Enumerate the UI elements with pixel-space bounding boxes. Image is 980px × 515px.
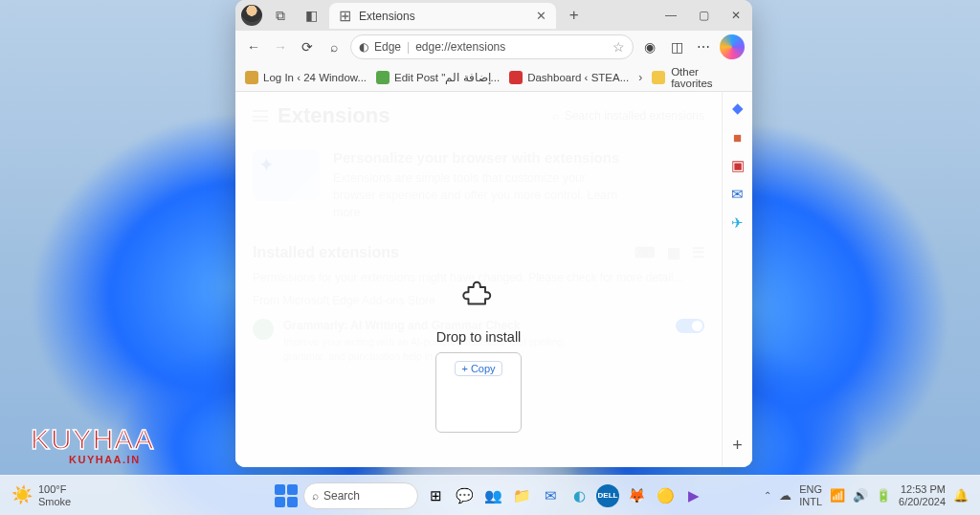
weather-widget[interactable]: ☀️ 100°F Smoke bbox=[11, 483, 71, 507]
search-icon: ⌕ bbox=[312, 489, 319, 503]
favorite-item[interactable]: Dashboard ‹ STEA... bbox=[509, 71, 629, 84]
window-controls: — ▢ ✕ bbox=[655, 0, 752, 31]
sidebar-item[interactable]: ▣ bbox=[728, 157, 747, 174]
workspaces-icon[interactable]: ⧉ bbox=[268, 8, 293, 24]
copy-chip[interactable]: + Copy bbox=[455, 361, 501, 376]
extensions-page: Extensions ⌕ Search installed extensions… bbox=[235, 92, 722, 467]
back-button[interactable]: ← bbox=[243, 36, 264, 57]
tracking-icon[interactable]: ◉ bbox=[639, 36, 660, 57]
windows-taskbar: ☀️ 100°F Smoke ⌕ Search ⊞ 💬 👥 📁 ✉ ◐ DELL… bbox=[0, 475, 980, 515]
site-identity-icon: ◐ bbox=[359, 40, 368, 54]
firefox-icon[interactable]: 🦊 bbox=[625, 484, 648, 507]
search-button[interactable]: ⌕ bbox=[323, 36, 345, 57]
dell-icon[interactable]: DELL bbox=[596, 484, 619, 507]
language-indicator[interactable]: ENG INTL bbox=[799, 483, 822, 506]
favorite-label: Edit Post "إضافة الم... bbox=[394, 71, 500, 84]
watermark-main: KUYHAA bbox=[31, 423, 154, 456]
split-screen-icon[interactable]: ◫ bbox=[666, 36, 687, 57]
sidebar-item[interactable]: ◆ bbox=[728, 100, 747, 117]
favorite-label: Log In ‹ 24 Window... bbox=[263, 72, 367, 83]
more-menu-icon[interactable]: ⋯ bbox=[693, 36, 714, 57]
drop-label: Drop to install bbox=[435, 329, 522, 345]
minimize-button[interactable]: — bbox=[655, 0, 687, 31]
edge-browser-window: ⧉ ◧ ⊞ Extensions ✕ + — ▢ ✕ ← → ⟳ ⌕ ◐ Edg… bbox=[235, 0, 752, 467]
new-tab-button[interactable]: + bbox=[562, 6, 587, 25]
tab-extensions[interactable]: ⊞ Extensions ✕ bbox=[329, 3, 556, 29]
refresh-button[interactable]: ⟳ bbox=[297, 36, 318, 57]
lang-line1: ENG bbox=[799, 483, 822, 495]
start-button[interactable] bbox=[275, 484, 298, 507]
edge-icon[interactable]: ◐ bbox=[568, 484, 590, 507]
taskbar-search[interactable]: ⌕ Search bbox=[303, 482, 418, 509]
address-bar[interactable]: ◐ Edge | edge://extensions ☆ bbox=[350, 34, 634, 59]
system-tray: ⌃ ☁ ENG INTL 📶 🔊 🔋 12:53 PM 6/20/2024 🔔 bbox=[764, 483, 969, 506]
forward-button: → bbox=[270, 36, 291, 57]
watermark-logo: KUYHAA KUYHAA.IN bbox=[31, 423, 154, 465]
battery-icon[interactable]: 🔋 bbox=[876, 488, 891, 503]
tab-actions-icon[interactable]: ◧ bbox=[299, 8, 323, 23]
favicon-icon bbox=[245, 71, 258, 84]
wifi-icon[interactable]: 📶 bbox=[830, 488, 845, 503]
mail-icon[interactable]: ✉ bbox=[539, 484, 562, 507]
weather-temp: 100°F bbox=[38, 483, 71, 496]
lang-line2: INTL bbox=[799, 496, 822, 507]
favorites-overflow-icon[interactable]: › bbox=[638, 71, 642, 84]
tray-overflow-icon[interactable]: ⌃ bbox=[764, 490, 771, 501]
task-view-icon[interactable]: ⊞ bbox=[424, 484, 447, 507]
favorites-bar: Log In ‹ 24 Window... Edit Post "إضافة ا… bbox=[235, 63, 752, 92]
other-favorites[interactable]: Other favorites bbox=[671, 66, 743, 89]
volume-icon[interactable]: 🔊 bbox=[853, 488, 868, 503]
maximize-button[interactable]: ▢ bbox=[687, 0, 720, 31]
clock[interactable]: 12:53 PM 6/20/2024 bbox=[899, 483, 946, 506]
time: 12:53 PM bbox=[901, 483, 946, 495]
address-engine: Edge bbox=[374, 40, 401, 54]
search-label: Search bbox=[323, 489, 360, 503]
address-divider: | bbox=[407, 40, 410, 54]
titlebar: ⧉ ◧ ⊞ Extensions ✕ + — ▢ ✕ bbox=[235, 0, 752, 31]
date: 6/20/2024 bbox=[899, 496, 946, 507]
sidebar-item[interactable]: ✈ bbox=[728, 214, 747, 232]
weather-cond: Smoke bbox=[38, 496, 71, 508]
edge-sidebar: ◆ ■ ▣ ✉ ✈ + bbox=[722, 92, 752, 467]
content-area: Extensions ⌕ Search installed extensions… bbox=[235, 92, 752, 467]
favicon-icon bbox=[376, 71, 390, 84]
chrome-icon[interactable]: 🟡 bbox=[654, 484, 677, 507]
address-url: edge://extensions bbox=[415, 40, 505, 54]
folder-icon bbox=[652, 71, 665, 84]
sidebar-add-button[interactable]: + bbox=[732, 436, 743, 456]
teams-icon[interactable]: 👥 bbox=[481, 484, 504, 507]
sidebar-item[interactable]: ■ bbox=[728, 128, 747, 146]
profile-avatar[interactable] bbox=[241, 5, 262, 26]
sidebar-item[interactable]: ✉ bbox=[728, 186, 747, 203]
pinned-app-icon[interactable]: ▶ bbox=[682, 484, 705, 507]
puzzle-icon bbox=[458, 274, 499, 314]
favorite-item[interactable]: Edit Post "إضافة الم... bbox=[376, 71, 500, 84]
favorite-star-icon[interactable]: ☆ bbox=[612, 39, 625, 55]
favorite-item[interactable]: Log In ‹ 24 Window... bbox=[245, 71, 367, 84]
navigation-bar: ← → ⟳ ⌕ ◐ Edge | edge://extensions ☆ ◉ ◫… bbox=[235, 31, 752, 63]
drop-install-overlay[interactable]: Drop to install + Copy bbox=[435, 274, 522, 433]
chat-icon[interactable]: 💬 bbox=[453, 484, 476, 507]
copilot-icon[interactable] bbox=[720, 34, 745, 59]
weather-icon: ☀️ bbox=[11, 485, 33, 505]
tab-favicon: ⊞ bbox=[339, 7, 351, 25]
favorite-label: Dashboard ‹ STEA... bbox=[527, 72, 629, 83]
close-window-button[interactable]: ✕ bbox=[720, 0, 752, 31]
favicon-icon bbox=[509, 71, 523, 84]
onedrive-icon[interactable]: ☁ bbox=[779, 488, 791, 503]
notifications-icon[interactable]: 🔔 bbox=[953, 488, 969, 503]
close-tab-icon[interactable]: ✕ bbox=[536, 9, 546, 23]
explorer-icon[interactable]: 📁 bbox=[510, 484, 533, 507]
taskbar-center: ⌕ Search ⊞ 💬 👥 📁 ✉ ◐ DELL 🦊 🟡 ▶ bbox=[275, 482, 705, 509]
tab-title: Extensions bbox=[359, 10, 415, 23]
drop-target-box[interactable]: + Copy bbox=[435, 352, 522, 433]
